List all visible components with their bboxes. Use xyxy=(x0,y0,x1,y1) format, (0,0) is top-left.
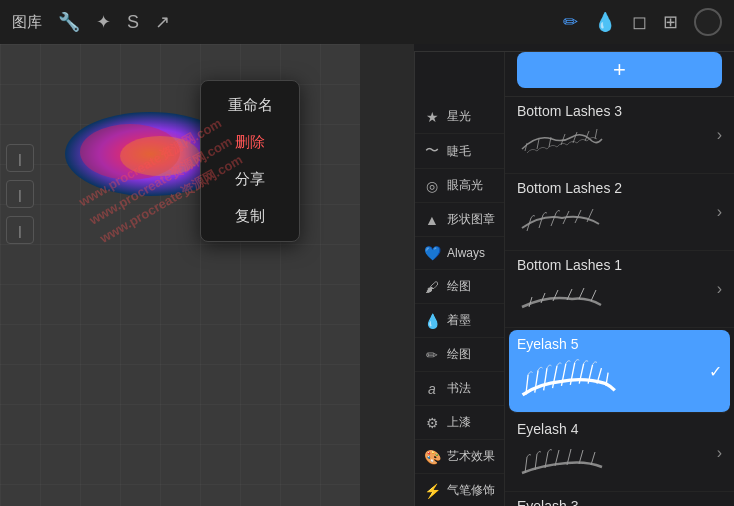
toolbar-right: ✏ 💧 ◻ ⊞ xyxy=(563,8,722,36)
cat-label-lash: 睫毛 xyxy=(447,143,471,160)
highlight-icon: ◎ xyxy=(423,178,441,194)
draw2-icon: ✏ xyxy=(423,347,441,363)
brush-name-4: Eyelash 4 xyxy=(517,421,717,437)
select-icon[interactable]: ✦ xyxy=(96,11,111,33)
ink-icon: 💧 xyxy=(423,313,441,329)
always-icon: 💙 xyxy=(423,245,441,261)
cat-label-airbrush: 气笔修饰 xyxy=(447,482,495,499)
lash-icon: 〜 xyxy=(423,142,441,160)
brush-preview-2 xyxy=(517,273,607,317)
brush-tool-icon[interactable]: ✏ xyxy=(563,11,578,33)
cat-label-ink: 着墨 xyxy=(447,312,471,329)
category-item-star[interactable]: ★ 星光 xyxy=(415,100,504,134)
brush-name-5: Eyelash 3 xyxy=(517,498,717,506)
brush-preview-0 xyxy=(517,119,607,163)
brush-item-eyelash-3[interactable]: Eyelash 3 › xyxy=(505,492,734,506)
color-circle[interactable] xyxy=(694,8,722,36)
brush-preview-4 xyxy=(517,437,607,481)
arrow-icon[interactable]: ↗ xyxy=(155,11,170,33)
brush-name-3: Eyelash 5 xyxy=(517,336,705,352)
category-item-draw1[interactable]: 🖌 绘图 xyxy=(415,270,504,304)
shape-icon: ▲ xyxy=(423,212,441,228)
share-menu-item[interactable]: 分享 xyxy=(201,161,299,198)
rename-menu-item[interactable]: 重命名 xyxy=(201,87,299,124)
transform-icon[interactable]: S xyxy=(127,12,139,33)
cat-label-calligraphy: 书法 xyxy=(447,380,471,397)
top-toolbar: 图库 🔧 ✦ S ↗ ✏ 💧 ◻ ⊞ xyxy=(0,0,734,44)
left-tools: | | | xyxy=(6,144,34,244)
brush-panel: ★ 星光 〜 睫毛 ◎ 眼高光 ▲ 形状图章 💙 Always 🖌 绘图 💧 着… xyxy=(414,44,734,506)
canvas-area[interactable]: | | | xyxy=(0,44,360,506)
airbrush-icon: ⚡ xyxy=(423,483,441,499)
chevron-2: › xyxy=(717,280,722,298)
brush-item-eyelash-4[interactable]: Eyelash 4 › xyxy=(505,415,734,492)
toolbar-left: 图库 🔧 ✦ S ↗ xyxy=(12,11,170,33)
brush-item-bottom-lashes-2[interactable]: Bottom Lashes 2 › xyxy=(505,174,734,251)
smudge-tool-icon[interactable]: 💧 xyxy=(594,11,616,33)
tool-btn-1[interactable]: | xyxy=(6,144,34,172)
category-item-highlight[interactable]: ◎ 眼高光 xyxy=(415,169,504,203)
art-icon: 🎨 xyxy=(423,449,441,465)
chevron-1: › xyxy=(717,203,722,221)
category-list: ★ 星光 〜 睫毛 ◎ 眼高光 ▲ 形状图章 💙 Always 🖌 绘图 💧 着… xyxy=(415,44,505,506)
tool-btn-3[interactable]: | xyxy=(6,216,34,244)
add-brush-button[interactable]: + xyxy=(517,52,722,88)
brush-item-bottom-lashes-1[interactable]: Bottom Lashes 1 › xyxy=(505,251,734,328)
paint-icon: ⚙ xyxy=(423,415,441,431)
cat-label-star: 星光 xyxy=(447,108,471,125)
category-item-draw2[interactable]: ✏ 绘图 xyxy=(415,338,504,372)
category-item-paint[interactable]: ⚙ 上漆 xyxy=(415,406,504,440)
cat-label-art: 艺术效果 xyxy=(447,448,495,465)
category-item-lash[interactable]: 〜 睫毛 xyxy=(415,134,504,169)
cat-label-draw1: 绘图 xyxy=(447,278,471,295)
brush-item-bottom-lashes-3[interactable]: Bottom Lashes 3 › xyxy=(505,97,734,174)
category-item-airbrush[interactable]: ⚡ 气笔修饰 xyxy=(415,474,504,506)
cat-label-always: Always xyxy=(447,246,485,260)
cat-label-shape: 形状图章 xyxy=(447,211,495,228)
cat-label-highlight: 眼高光 xyxy=(447,177,483,194)
category-item-ink[interactable]: 💧 着墨 xyxy=(415,304,504,338)
brush-preview-1 xyxy=(517,196,607,240)
chevron-4: › xyxy=(717,444,722,462)
calligraphy-icon: a xyxy=(423,381,441,397)
eraser-tool-icon[interactable]: ◻ xyxy=(632,11,647,33)
layers-icon[interactable]: ⊞ xyxy=(663,11,678,33)
context-menu: 重命名 删除 分享 复制 xyxy=(200,80,300,242)
category-item-always[interactable]: 💙 Always xyxy=(415,237,504,270)
tool-btn-2[interactable]: | xyxy=(6,180,34,208)
brush-preview-3 xyxy=(517,352,617,402)
svg-point-2 xyxy=(120,136,200,176)
star-icon: ★ xyxy=(423,109,441,125)
draw1-icon: 🖌 xyxy=(423,279,441,295)
checkmark-3: ✓ xyxy=(709,362,722,381)
duplicate-menu-item[interactable]: 复制 xyxy=(201,198,299,235)
brush-name-1: Bottom Lashes 2 xyxy=(517,180,717,196)
category-item-calligraphy[interactable]: a 书法 xyxy=(415,372,504,406)
gallery-label[interactable]: 图库 xyxy=(12,13,42,32)
cat-label-draw2: 绘图 xyxy=(447,346,471,363)
modify-icon[interactable]: 🔧 xyxy=(58,11,80,33)
brush-name-2: Bottom Lashes 1 xyxy=(517,257,717,273)
delete-menu-item[interactable]: 删除 xyxy=(201,124,299,161)
chevron-0: › xyxy=(717,126,722,144)
category-item-shape[interactable]: ▲ 形状图章 xyxy=(415,203,504,237)
category-item-art[interactable]: 🎨 艺术效果 xyxy=(415,440,504,474)
brush-list: + Bottom Lashes 3 › Bottom Lashes 2 xyxy=(505,44,734,506)
brush-item-eyelash-5[interactable]: Eyelash 5 ✓ xyxy=(509,330,730,413)
brush-name-0: Bottom Lashes 3 xyxy=(517,103,717,119)
cat-label-paint: 上漆 xyxy=(447,414,471,431)
